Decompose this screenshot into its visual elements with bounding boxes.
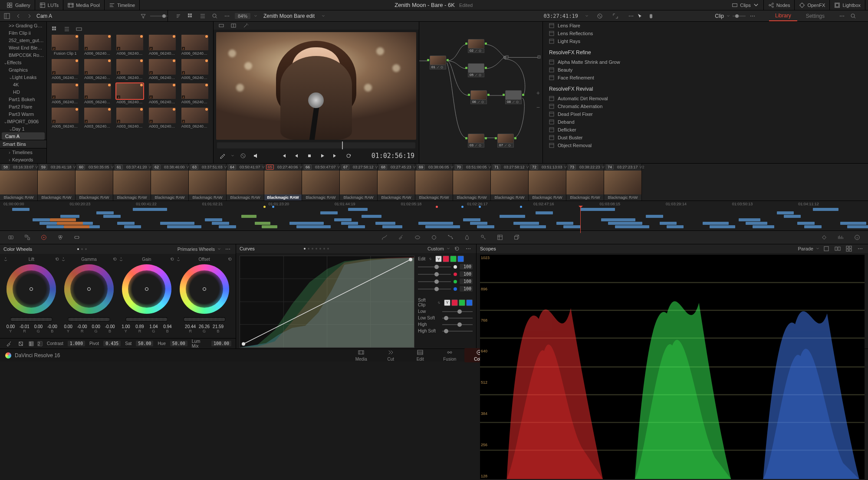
node-graph[interactable]: 01 02 05 06 08 03 07 + − (419, 22, 543, 163)
lightbox-button[interactable]: Lightbox (830, 0, 865, 10)
filmstrip-clip[interactable]: 7203:51:13:03V4Blackmagic RAW (529, 164, 566, 201)
thumb-strip-icon[interactable] (75, 25, 83, 33)
fx-item[interactable]: Light Rays (543, 37, 868, 45)
wheels-mode[interactable]: Primaries Wheels (178, 247, 215, 252)
more-icon[interactable] (224, 245, 232, 253)
filmstrip-clip[interactable]: 6703:27:58:12V3Blackmagic RAW (340, 164, 378, 201)
filmstrip-clip[interactable]: 6403:50:41:07V4Blackmagic RAW (227, 164, 264, 201)
quad-scope-icon[interactable] (845, 244, 853, 253)
media-thumb[interactable]: ♪A005_06240401_C... (115, 59, 145, 80)
curves-icon[interactable] (380, 233, 389, 242)
media-thumb[interactable]: ♪A005_06240324_C... (50, 83, 80, 104)
last-frame-icon[interactable] (331, 151, 340, 160)
curve-graph[interactable] (240, 256, 414, 348)
tree-item[interactable]: ⌄Effects (0, 59, 46, 66)
filmstrip-clip[interactable]: 6103:37:41:20V2Blackmagic RAW (113, 164, 151, 201)
bypass-icon[interactable] (595, 12, 604, 20)
tab-settings[interactable]: Settings (800, 11, 831, 21)
openfx-button[interactable]: OpenFX (795, 0, 830, 10)
key-icon[interactable] (479, 233, 488, 242)
media-thumb[interactable]: ♪A005_06240401_C... (50, 108, 80, 128)
back-icon[interactable] (14, 12, 23, 20)
edit-g[interactable] (450, 256, 457, 262)
color-node[interactable]: 06 (470, 90, 487, 104)
tree-item[interactable]: >> Grading Guide... (0, 22, 46, 29)
fx-item[interactable]: Automatic Dirt Removal (543, 95, 868, 102)
more-icon[interactable] (464, 244, 473, 253)
first-frame-icon[interactable] (279, 151, 288, 160)
page-tab-media[interactable]: Media (346, 348, 376, 362)
blur-icon[interactable] (462, 233, 472, 242)
fx-item[interactable]: Object Removal (543, 141, 868, 149)
edit-y[interactable]: Y (435, 256, 442, 262)
viewer-canvas[interactable] (216, 32, 416, 140)
media-thumb[interactable]: ♪A005_06240334_C... (180, 59, 210, 80)
tree-item[interactable]: ⌄Light Leaks (0, 73, 46, 81)
chevron-down-icon[interactable] (727, 14, 730, 18)
high-slider[interactable] (442, 324, 473, 325)
stop-icon[interactable] (305, 151, 314, 160)
info-icon[interactable] (852, 233, 862, 242)
grid-icon[interactable] (186, 12, 195, 20)
toggle-tree-icon[interactable] (3, 12, 11, 20)
media-thumb[interactable]: ♪A006_06240520_C... (180, 35, 210, 56)
thumb-grid-icon[interactable] (50, 25, 59, 33)
soft-g[interactable] (459, 299, 465, 306)
media-thumb[interactable]: ♪A003_06240347_C... (180, 108, 210, 128)
nowipe-icon[interactable] (239, 151, 247, 160)
filter-icon[interactable] (139, 12, 148, 20)
chevron-down-icon[interactable] (217, 247, 221, 251)
viewer-scrubber[interactable] (217, 142, 415, 148)
media-thumb[interactable]: ♪Fusion Clip 1 (50, 35, 80, 56)
nodes-button[interactable]: Nodes (764, 0, 795, 10)
media-thumb[interactable]: ♪A005_06240520_C... (50, 59, 80, 80)
low-slider[interactable] (442, 311, 473, 312)
scopes-mode[interactable]: Parade (798, 246, 813, 251)
mediapool-button[interactable]: Media Pool (63, 0, 105, 10)
fwd-icon[interactable] (25, 12, 34, 20)
filmstrip-clip[interactable]: 6903:38:06:05V3Blackmagic RAW (415, 164, 453, 201)
media-thumb[interactable]: ♪A006_06240522_C... (148, 35, 178, 56)
gallery-button[interactable]: Gallery (3, 0, 35, 10)
tree-item[interactable]: West End Blend_K... (0, 44, 46, 51)
media-thumb[interactable]: ♪A003_06240401_C... (83, 108, 113, 128)
chevron-down-icon[interactable] (322, 14, 325, 18)
smartbin-item[interactable]: ›Timelines (0, 148, 46, 156)
more-icon[interactable] (748, 12, 757, 20)
search-icon[interactable] (849, 12, 858, 20)
wheel-offset[interactable]: Offset20.4426.2621.59RGB (176, 256, 232, 338)
media-thumb[interactable]: ♪A006_06240533_C... (83, 35, 113, 56)
fx-item[interactable]: Lens Reflections (543, 30, 868, 37)
tree-item[interactable]: Graphics (0, 66, 46, 73)
color-node[interactable]: 05 (468, 63, 484, 77)
chevron-down-icon[interactable] (231, 154, 234, 158)
color-node[interactable]: 07 (497, 134, 514, 148)
scopes-icon[interactable] (836, 233, 845, 242)
edit-b[interactable] (457, 256, 464, 262)
smartbin-item[interactable]: ›Keywords (0, 156, 46, 163)
edit-name[interactable]: Zenith Moon Bare edit (263, 13, 315, 19)
wheel-gamma[interactable]: Gamma0.00-0.000.00-0.00YRGB (61, 256, 117, 338)
link-icon[interactable] (428, 256, 433, 261)
tree-item[interactable]: HD (0, 88, 46, 95)
edit-r[interactable] (443, 256, 449, 262)
fx-item[interactable]: Deband (543, 118, 868, 126)
curves-mode[interactable]: Custom (427, 246, 444, 251)
tree-item[interactable]: ⌄IMPORT_0906 (0, 118, 46, 125)
split-icon[interactable] (229, 21, 238, 30)
hand-icon[interactable] (647, 12, 655, 20)
color-node[interactable]: 08 (505, 90, 522, 104)
filmstrip-clip[interactable]: 6803:27:45:23V2Blackmagic RAW (378, 164, 415, 201)
clip-dropdown[interactable]: Clip (715, 13, 724, 19)
media-thumb[interactable]: ♪A005_06240512_C... (83, 59, 113, 80)
more-icon[interactable] (838, 12, 846, 20)
soft-y[interactable]: Y (444, 299, 450, 306)
warper-icon[interactable] (396, 233, 406, 242)
lowsoft-slider[interactable] (442, 318, 473, 319)
media-thumb[interactable]: ♪A005_06240340_C... (148, 59, 178, 80)
color-node[interactable]: 02 (468, 39, 484, 53)
media-thumb[interactable]: ♪A005_06240313_C... (83, 83, 113, 104)
highlight-icon[interactable] (217, 21, 226, 30)
filmstrip-clip[interactable]: 5803:16:33:07V2Blackmagic RAW (0, 164, 38, 201)
3d-icon[interactable] (512, 233, 521, 242)
